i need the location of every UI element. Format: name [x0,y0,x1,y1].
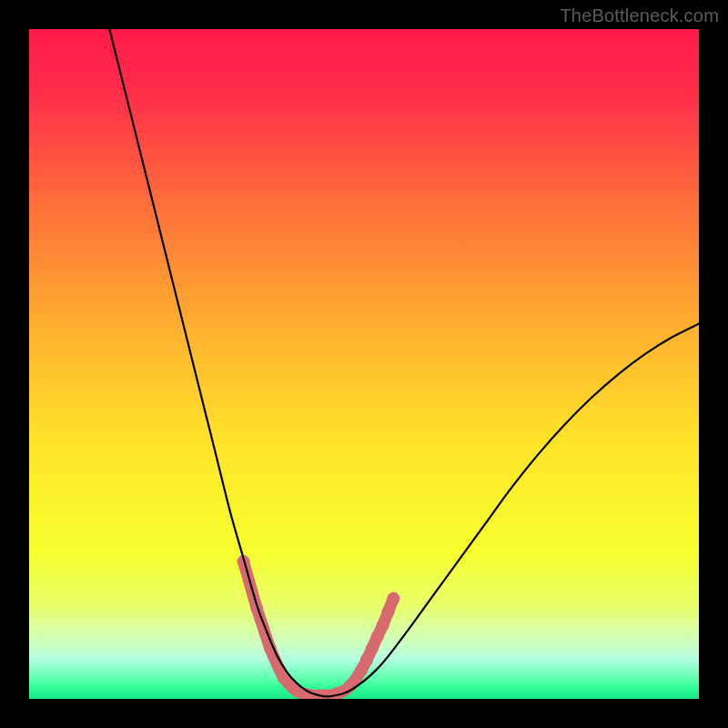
curve-layer [29,29,699,699]
plot-area [29,29,699,699]
svg-point-13 [371,631,384,643]
watermark-text: TheBottleneck.com [560,5,719,26]
svg-point-14 [377,619,389,632]
svg-point-16 [387,592,399,605]
svg-point-12 [366,642,379,655]
svg-point-11 [360,653,373,666]
chart-frame: TheBottleneck.com [0,0,728,728]
bottleneck-curve [109,29,699,696]
svg-point-15 [382,605,395,618]
